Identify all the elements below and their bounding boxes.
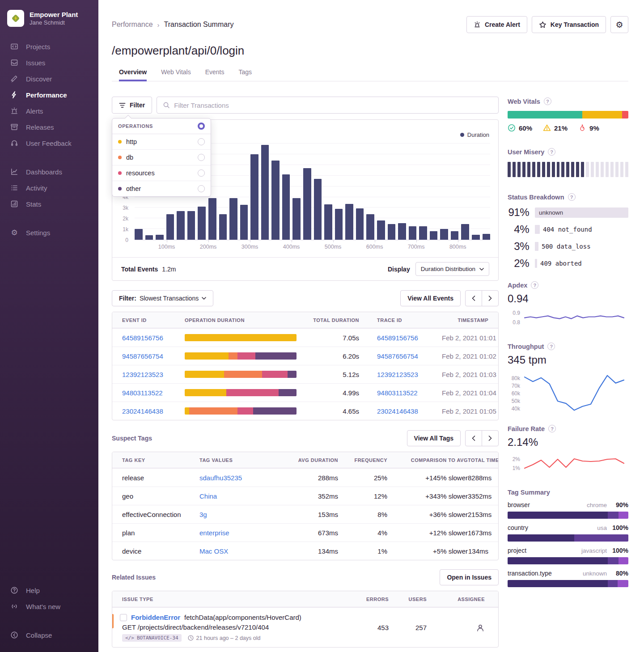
- question-icon[interactable]: ?: [531, 281, 538, 289]
- histogram-bar[interactable]: [451, 231, 459, 240]
- issue-title-link[interactable]: ForbiddenError: [131, 614, 180, 621]
- filter-button[interactable]: Filter: [112, 97, 152, 114]
- event-id-link[interactable]: 94587656754: [122, 352, 163, 360]
- histogram-bar[interactable]: [177, 211, 185, 240]
- histogram-bar[interactable]: [198, 207, 206, 240]
- question-icon[interactable]: ?: [568, 193, 576, 201]
- search-input[interactable]: [174, 102, 492, 109]
- display-select[interactable]: Duration Distribution: [415, 262, 489, 276]
- histogram-bar[interactable]: [229, 198, 237, 240]
- sidebar-item-discover[interactable]: Discover: [0, 71, 98, 87]
- question-icon[interactable]: ?: [544, 97, 551, 105]
- assignee-avatar-icon[interactable]: [476, 623, 485, 632]
- histogram-bar[interactable]: [250, 154, 258, 240]
- histogram-bar[interactable]: [145, 235, 153, 240]
- histogram-bar[interactable]: [166, 214, 174, 240]
- tag-value-link[interactable]: enterprise: [199, 529, 229, 537]
- org-switcher[interactable]: Empower Plant Jane Schmidt: [0, 6, 98, 38]
- histogram-bar[interactable]: [324, 204, 332, 240]
- trace-id-link[interactable]: 64589156756: [377, 334, 418, 342]
- question-icon[interactable]: ?: [547, 343, 555, 350]
- histogram-bar[interactable]: [282, 174, 290, 240]
- sidebar-item-projects[interactable]: Projects: [0, 38, 98, 55]
- trace-id-link[interactable]: 94587656754: [377, 352, 418, 360]
- issue-checkbox[interactable]: [120, 614, 127, 621]
- operation-option-db[interactable]: db: [112, 150, 211, 165]
- tag-summary-bar[interactable]: [508, 580, 628, 587]
- histogram-bar[interactable]: [271, 161, 280, 240]
- settings-button[interactable]: ⚙: [610, 16, 628, 33]
- project-badge[interactable]: </> BOTANAVOICE-34: [122, 634, 182, 642]
- trace-id-link[interactable]: 23024146438: [377, 407, 418, 415]
- histogram-bar[interactable]: [440, 229, 448, 240]
- key-transaction-button[interactable]: Key Transaction: [532, 16, 606, 33]
- histogram-bar[interactable]: [345, 204, 353, 240]
- histogram-bar[interactable]: [292, 198, 301, 240]
- tab-web-vitals[interactable]: Web Vitals: [161, 68, 191, 81]
- event-id-link[interactable]: 94803113522: [122, 389, 163, 397]
- sidebar-item-collapse[interactable]: Collapse: [0, 627, 98, 643]
- histogram-bar[interactable]: [366, 214, 374, 240]
- sidebar-item-issues[interactable]: Issues: [0, 55, 98, 71]
- histogram-bar[interactable]: [409, 226, 417, 240]
- http-radio[interactable]: [198, 138, 205, 145]
- tag-summary-bar[interactable]: [508, 557, 628, 564]
- next-page-button[interactable]: [482, 290, 499, 306]
- histogram-bar[interactable]: [187, 211, 195, 240]
- histogram-bar[interactable]: [135, 229, 143, 240]
- histogram-bar[interactable]: [388, 224, 396, 240]
- open-in-issues-button[interactable]: Open in Issues: [440, 569, 499, 585]
- sidebar-item-user-feedback[interactable]: User Feedback: [0, 135, 98, 151]
- histogram-bar[interactable]: [208, 198, 216, 240]
- tag-value-link[interactable]: sdaufhu35235: [199, 474, 242, 482]
- histogram-bar[interactable]: [461, 224, 469, 240]
- event-id-link[interactable]: 23024146438: [122, 407, 163, 415]
- db-radio[interactable]: [198, 154, 205, 161]
- trace-id-link[interactable]: 94803113522: [377, 389, 418, 397]
- sidebar-item-settings[interactable]: ⚙ Settings: [0, 224, 98, 241]
- other-radio[interactable]: [198, 185, 205, 192]
- histogram-bar[interactable]: [261, 145, 269, 240]
- tag-value-link[interactable]: Mac OSX: [199, 547, 228, 555]
- tag-value-link[interactable]: China: [199, 492, 217, 500]
- question-icon[interactable]: ?: [548, 148, 555, 156]
- histogram-bar[interactable]: [314, 179, 322, 240]
- sidebar-item-activity[interactable]: Activity: [0, 180, 98, 196]
- tab-overview[interactable]: Overview: [119, 68, 147, 81]
- operation-option-other[interactable]: other: [112, 181, 211, 196]
- sidebar-item-releases[interactable]: Releases: [0, 119, 98, 135]
- sidebar-item-stats[interactable]: Stats: [0, 196, 98, 212]
- sidebar-item-performance[interactable]: Performance: [0, 87, 98, 103]
- sidebar-item-help[interactable]: Help: [0, 582, 98, 598]
- tab-tags[interactable]: Tags: [238, 68, 252, 81]
- events-filter-select[interactable]: Filter: Slowest Transactions: [112, 290, 213, 306]
- prev-page-button[interactable]: [465, 430, 482, 446]
- histogram-bar[interactable]: [219, 214, 227, 240]
- histogram-bar[interactable]: [483, 234, 491, 240]
- histogram-bar[interactable]: [419, 226, 427, 240]
- tab-events[interactable]: Events: [205, 68, 225, 81]
- resources-radio[interactable]: [198, 169, 205, 177]
- histogram-bar[interactable]: [156, 235, 164, 240]
- histogram-bar[interactable]: [472, 235, 480, 240]
- event-id-link[interactable]: 12392123523: [122, 371, 163, 378]
- prev-page-button[interactable]: [465, 290, 482, 306]
- operation-option-resources[interactable]: resources: [112, 165, 211, 181]
- next-page-button[interactable]: [482, 430, 499, 446]
- histogram-bar[interactable]: [240, 205, 248, 240]
- breadcrumb-performance[interactable]: Performance: [112, 21, 153, 29]
- operations-all-radio[interactable]: [198, 123, 205, 130]
- view-all-events-button[interactable]: View All Events: [400, 290, 461, 306]
- trace-id-link[interactable]: 12392123523: [377, 371, 418, 378]
- histogram-bar[interactable]: [335, 209, 343, 240]
- tag-summary-bar[interactable]: [508, 512, 628, 519]
- chart-legend[interactable]: Duration: [460, 131, 489, 138]
- sidebar-item-whats-new[interactable]: What's new: [0, 598, 98, 614]
- question-icon[interactable]: ?: [548, 425, 556, 432]
- histogram-bar[interactable]: [430, 231, 438, 240]
- sidebar-item-alerts[interactable]: Alerts: [0, 103, 98, 119]
- histogram-bar[interactable]: [303, 168, 311, 240]
- event-id-link[interactable]: 64589156756: [122, 334, 163, 342]
- histogram-bar[interactable]: [377, 220, 385, 240]
- tag-value-link[interactable]: 3g: [199, 511, 207, 518]
